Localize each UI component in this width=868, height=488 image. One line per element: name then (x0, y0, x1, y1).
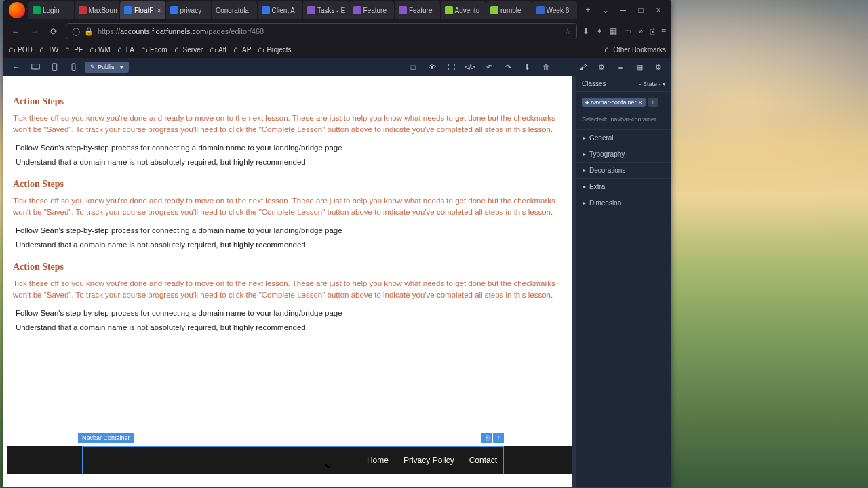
svg-rect-1 (34, 69, 37, 70)
preview-button[interactable]: 👁 (425, 60, 439, 74)
tab-favicon-icon (79, 6, 87, 14)
section-description[interactable]: Tick these off so you know you're done a… (13, 195, 562, 218)
window-maximize-button[interactable]: □ (635, 4, 647, 16)
back-button[interactable]: ← (9, 24, 22, 38)
mobile-view-button[interactable] (66, 60, 81, 74)
publish-button[interactable]: ✎Publish▾ (85, 62, 129, 73)
extension-icon[interactable]: ⎘ (650, 26, 654, 36)
action-step[interactable]: Follow Sean's step-by-step process for c… (16, 225, 562, 237)
config-panel-button[interactable]: ⚙ (651, 60, 666, 74)
tab-floatfunnels[interactable]: FloatF× (120, 1, 165, 19)
back-to-pages-button[interactable]: ← (9, 60, 24, 74)
blocks-panel-button[interactable]: ▦ (632, 60, 647, 74)
accordion-typography[interactable]: Typography (576, 146, 671, 162)
bookmark-folder[interactable]: POD (9, 46, 33, 54)
window-minimize-button[interactable] (617, 4, 629, 16)
settings-panel-button[interactable]: ⚙ (594, 60, 609, 74)
tab-feature1[interactable]: Feature (349, 1, 395, 19)
close-tab-icon[interactable]: × (157, 7, 161, 14)
tab-rumble[interactable]: rumble (486, 1, 532, 19)
bookmark-folder[interactable]: LA (117, 46, 134, 54)
bookmark-star-icon[interactable]: ☆ (564, 27, 571, 36)
action-step[interactable]: Understand that a domain name is not abs… (16, 239, 562, 251)
add-class-button[interactable]: + (648, 98, 658, 107)
bookmark-folder[interactable]: WM (90, 46, 111, 54)
download-icon[interactable]: ⬇ (583, 26, 589, 36)
fullscreen-button[interactable]: ⛶ (443, 60, 458, 74)
code-button[interactable]: </> (462, 60, 477, 74)
tab-congrats[interactable]: Congratula (212, 1, 257, 19)
nav-link-home[interactable]: Home (367, 455, 389, 465)
action-step[interactable]: Understand that a domain name is not abs… (16, 157, 562, 168)
outline-button[interactable]: □ (406, 60, 420, 74)
selection-duplicate-icon[interactable]: ⎘ (481, 433, 492, 443)
trash-button[interactable]: 🗑 (538, 60, 553, 74)
section-heading[interactable]: Action Steps (13, 178, 562, 191)
section-heading[interactable]: Action Steps (13, 95, 562, 108)
nav-link-contact[interactable]: Contact (469, 455, 497, 465)
other-bookmarks[interactable]: Other Bookmarks (604, 46, 666, 54)
redo-button[interactable]: ↷ (500, 60, 515, 74)
extension-icon[interactable]: ✦ (596, 26, 603, 36)
tab-week6[interactable]: Week 6 (532, 1, 578, 19)
state-select[interactable]: - State - ▾ (639, 81, 666, 87)
bookmark-folder[interactable]: Server (174, 46, 203, 54)
bookmark-folder[interactable]: Projects (258, 46, 291, 54)
url-bar: ← → ⟳ ◯ 🔒 https://accounts.floatfunnels.… (3, 20, 671, 42)
layers-panel-button[interactable]: ≡ (613, 60, 628, 74)
bookmark-folder[interactable]: Ecom (141, 46, 167, 54)
nav-link-privacy[interactable]: Privacy Policy (403, 455, 454, 465)
class-tag[interactable]: navbar-container × (582, 98, 646, 107)
action-step[interactable]: Follow Sean's step-by-step process for c… (16, 308, 562, 319)
undo-button[interactable]: ↶ (481, 60, 496, 74)
bookmark-folder[interactable]: AP (233, 46, 251, 54)
new-tab-button[interactable]: + (582, 4, 594, 16)
tab-adventure[interactable]: Adventu (441, 1, 486, 19)
tab-tasks[interactable]: Tasks - E (303, 1, 349, 19)
window-close-button[interactable]: × (652, 4, 665, 16)
tab-maxbounty[interactable]: MaxBoun (75, 1, 120, 19)
selection-label[interactable]: Navbar Container (78, 433, 134, 443)
selection-parent-icon[interactable]: ↑ (493, 433, 504, 443)
tab-overflow-button[interactable]: ⌄ (599, 4, 612, 16)
download-button[interactable]: ⬇ (519, 60, 534, 74)
styles-panel: Classes - State - ▾ navbar-container × +… (576, 76, 671, 487)
accordion-extra[interactable]: Extra (576, 179, 671, 195)
bookmark-folder[interactable]: TW (39, 46, 59, 54)
bookmark-folder[interactable]: PF (65, 46, 83, 54)
section-description[interactable]: Tick these off so you know you're done a… (13, 113, 562, 135)
tablet-view-button[interactable] (47, 60, 62, 74)
address-field[interactable]: ◯ 🔒 https://accounts.floatfunnels.com/pa… (66, 23, 577, 39)
bookmark-folder[interactable]: Aff (210, 46, 226, 54)
styles-panel-button[interactable]: 🖌 (575, 60, 590, 74)
forward-button[interactable]: → (28, 24, 41, 38)
reload-button[interactable]: ⟳ (47, 24, 60, 38)
chevron-down-icon: ▾ (120, 64, 123, 70)
tab-feature2[interactable]: Feature (395, 1, 440, 19)
tab-privacy[interactable]: privacy (166, 1, 212, 19)
section-description[interactable]: Tick these off so you know you're done a… (13, 278, 562, 300)
accordion-decorations[interactable]: Decorations (576, 163, 671, 178)
tab-favicon-icon (170, 6, 178, 14)
tab-favicon-icon (33, 6, 41, 14)
action-step[interactable]: Follow Sean's step-by-step process for c… (16, 142, 562, 154)
selected-text: Selected: .navbar-container (576, 113, 671, 130)
tab-client[interactable]: Client A (258, 1, 303, 19)
tab-favicon-icon (124, 6, 132, 14)
menu-icon[interactable]: ≡ (661, 26, 666, 36)
remove-class-icon[interactable]: × (639, 99, 642, 106)
extension-icon[interactable]: ▭ (624, 26, 631, 36)
action-step[interactable]: Understand that a domain name is not abs… (16, 322, 562, 333)
firefox-icon[interactable] (9, 2, 25, 18)
accordion-general[interactable]: General (576, 130, 671, 146)
desktop-view-button[interactable] (28, 60, 43, 74)
svg-rect-2 (52, 63, 57, 70)
section-heading[interactable]: Action Steps (13, 260, 562, 274)
extension-icon[interactable]: ▦ (610, 26, 617, 36)
tab-login[interactable]: Login (28, 1, 74, 19)
editor-workspace: Action Steps Tick these off so you know … (3, 76, 671, 487)
navbar-container[interactable]: Home Privacy Policy Contact (7, 446, 572, 474)
accordion-dimension[interactable]: Dimension (576, 195, 671, 211)
editor-canvas[interactable]: Action Steps Tick these off so you know … (3, 76, 572, 487)
overflow-icon[interactable]: » (638, 26, 643, 36)
